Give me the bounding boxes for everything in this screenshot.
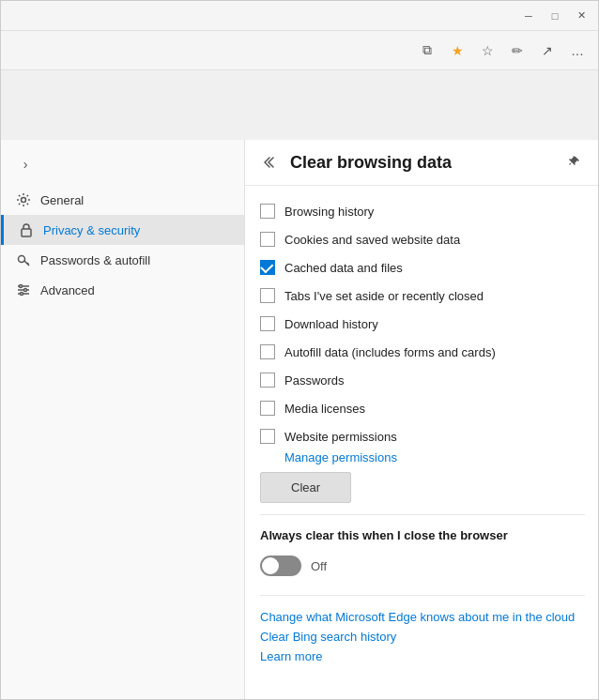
ms-edge-cloud-link[interactable]: Change what Microsoft Edge knows about m…	[260, 607, 585, 627]
always-clear-row: Always clear this when I close the brows…	[260, 523, 585, 554]
sliders-icon	[16, 282, 31, 297]
checkbox-website-permissions[interactable]: Website permissions	[260, 422, 585, 450]
flyout-back-button[interactable]	[260, 151, 283, 174]
checkbox-autofill[interactable]: Autofill data (includes forms and cards)	[260, 338, 585, 366]
divider-1	[260, 514, 585, 515]
checkbox-media-licenses-box[interactable]	[260, 401, 275, 416]
toggle-state-label: Off	[311, 559, 327, 573]
divider-2	[260, 595, 585, 596]
svg-rect-1	[22, 229, 31, 236]
share-icon[interactable]: ↗	[534, 38, 561, 64]
checkbox-browsing-history[interactable]: Browsing history	[260, 197, 585, 225]
reading-view-icon[interactable]: ☆	[474, 38, 500, 64]
svg-point-6	[20, 285, 23, 288]
flyout-header: Clear browsing data	[245, 140, 598, 186]
checkbox-cookies-label: Cookies and saved website data	[284, 233, 460, 247]
sidebar-item-passwords[interactable]: Passwords & autofill	[1, 245, 244, 275]
flyout-panel: Clear browsing data Browsing history	[245, 140, 598, 699]
checkbox-cached-data[interactable]: Cached data and files	[260, 253, 585, 282]
checkbox-download-history[interactable]: Download history	[260, 310, 585, 338]
close-button[interactable]: ✕	[572, 7, 591, 25]
gear-icon	[16, 192, 31, 207]
key-icon	[16, 252, 31, 267]
tab-split-icon[interactable]: ⧉	[414, 38, 440, 64]
flyout-pin-button[interactable]	[562, 151, 585, 174]
flyout-title: Clear browsing data	[290, 153, 555, 173]
svg-point-2	[19, 256, 25, 263]
toggle-row: Off	[260, 554, 585, 587]
browser-window: ─ □ ✕ ⧉ ★ ☆ ✏ ↗ … d over ? rch Res ful t…	[0, 0, 599, 700]
more-icon[interactable]: …	[564, 38, 591, 64]
always-clear-label: Always clear this when I close the brows…	[260, 528, 508, 542]
sidebar-label-advanced: Advanced	[40, 283, 95, 297]
checkbox-download-history-label: Download history	[284, 317, 378, 331]
checkbox-cookies-box[interactable]	[260, 232, 275, 247]
checkbox-passwords[interactable]: Passwords	[260, 366, 585, 394]
sidebar-item-advanced[interactable]: Advanced	[1, 275, 244, 305]
sidebar-label-privacy: Privacy & security	[43, 223, 140, 237]
checkbox-website-permissions-label: Website permissions	[284, 430, 397, 444]
learn-more-link[interactable]: Learn more	[260, 647, 585, 666]
svg-point-7	[24, 289, 27, 292]
flyout-body: Browsing history Cookies and saved websi…	[245, 186, 598, 681]
checkbox-cached-data-box[interactable]	[260, 260, 275, 275]
checkbox-passwords-box[interactable]	[260, 373, 275, 388]
toggle-knob	[262, 557, 279, 574]
notes-icon[interactable]: ✏	[504, 38, 530, 64]
checkbox-passwords-label: Passwords	[284, 373, 345, 388]
always-clear-toggle[interactable]	[260, 555, 301, 576]
checkbox-media-licenses-label: Media licenses	[284, 402, 365, 416]
checkbox-autofill-label: Autofill data (includes forms and cards)	[284, 345, 496, 359]
favorites-star-icon[interactable]: ★	[444, 38, 470, 64]
checkbox-website-permissions-box[interactable]	[260, 429, 275, 444]
sidebar-label-passwords: Passwords & autofill	[40, 253, 150, 267]
toolbar: ⧉ ★ ☆ ✏ ↗ …	[1, 31, 598, 70]
links-section: Change what Microsoft Edge knows about m…	[260, 603, 585, 670]
checkbox-tabs-aside[interactable]: Tabs I've set aside or recently closed	[260, 282, 585, 310]
title-bar: ─ □ ✕	[1, 1, 598, 31]
checkbox-cached-data-label: Cached data and files	[284, 261, 403, 275]
clear-button[interactable]: Clear	[260, 472, 351, 503]
svg-point-8	[21, 293, 23, 296]
main-content: d over ? rch Res ful thin ›	[1, 70, 598, 699]
checkbox-download-history-box[interactable]	[260, 316, 275, 331]
minimize-button[interactable]: ─	[519, 7, 538, 25]
checkbox-tabs-aside-box[interactable]	[260, 288, 275, 303]
manage-permissions-link[interactable]: Manage permissions	[284, 450, 585, 464]
checkbox-autofill-box[interactable]	[260, 344, 275, 359]
sidebar-item-general[interactable]: General	[1, 185, 244, 215]
bing-history-link[interactable]: Clear Bing search history	[260, 627, 585, 647]
settings-overlay: › General	[1, 140, 598, 699]
checkbox-browsing-history-label: Browsing history	[284, 205, 374, 219]
sidebar-label-general: General	[40, 193, 84, 207]
lock-icon	[19, 222, 34, 237]
checkbox-cookies[interactable]: Cookies and saved website data	[260, 225, 585, 253]
checkbox-media-licenses[interactable]: Media licenses	[260, 394, 585, 422]
sidebar-expand-button[interactable]: ›	[12, 151, 38, 177]
svg-point-0	[22, 198, 26, 203]
settings-sidebar: › General	[1, 140, 245, 699]
checkbox-browsing-history-box[interactable]	[260, 204, 275, 219]
sidebar-item-privacy[interactable]: Privacy & security	[1, 215, 244, 245]
checkbox-tabs-aside-label: Tabs I've set aside or recently closed	[284, 289, 484, 303]
maximize-button[interactable]: □	[545, 7, 564, 25]
